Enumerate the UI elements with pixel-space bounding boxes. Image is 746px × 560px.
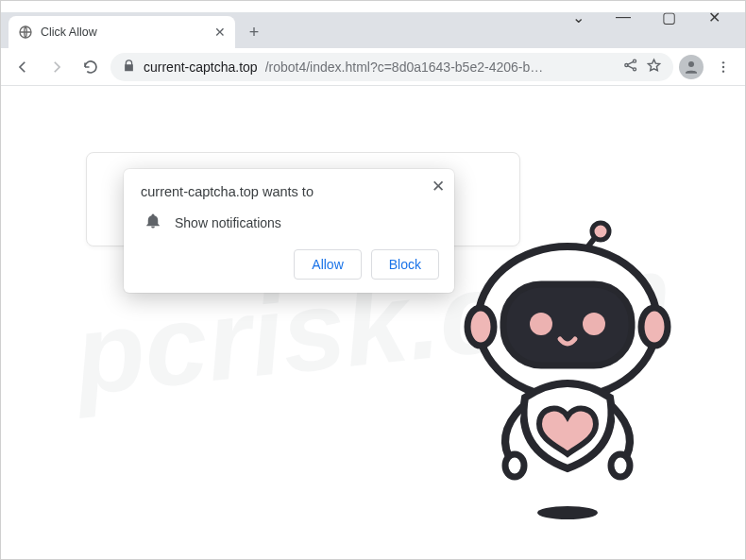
back-button[interactable]: [8, 53, 37, 81]
window-close-button[interactable]: ✕: [700, 7, 728, 27]
dialog-heading: current-captcha.top wants to: [141, 184, 439, 199]
dialog-close-icon[interactable]: ✕: [432, 177, 445, 196]
svg-point-17: [611, 454, 630, 477]
address-bar[interactable]: current-captcha.top /robot4/index.html?c…: [110, 53, 673, 81]
page-viewport: pcrisk.com YOU ✕ current-captch: [1, 86, 745, 560]
svg-point-11: [467, 308, 494, 346]
window-maximize-button[interactable]: ▢: [654, 7, 683, 27]
allow-button[interactable]: Allow: [294, 249, 361, 280]
tab-close-icon[interactable]: ✕: [214, 25, 226, 40]
bell-icon: [144, 212, 161, 232]
globe-icon: [18, 25, 33, 40]
svg-point-1: [625, 63, 628, 66]
toolbar: current-captcha.top /robot4/index.html?c…: [1, 48, 745, 86]
svg-point-12: [641, 308, 668, 346]
svg-point-14: [530, 313, 552, 335]
url-path: /robot4/index.html?c=8d0a1643-b5e2-4206-…: [265, 59, 616, 75]
svg-point-7: [722, 70, 724, 72]
svg-point-16: [505, 454, 524, 477]
bookmark-star-icon[interactable]: [646, 58, 662, 76]
svg-point-5: [722, 61, 724, 63]
profile-avatar[interactable]: [679, 55, 704, 79]
reload-button[interactable]: [76, 53, 105, 81]
dialog-permission-item: Show notifications: [175, 215, 281, 230]
svg-point-3: [633, 68, 636, 71]
url-host: current-captcha.top: [144, 59, 258, 75]
new-tab-button[interactable]: +: [241, 19, 267, 45]
notification-permission-dialog: ✕ current-captcha.top wants to Show noti…: [124, 169, 454, 293]
forward-button[interactable]: [42, 53, 71, 81]
window-minimize-button[interactable]: —: [609, 7, 637, 27]
svg-point-2: [633, 59, 636, 62]
window-controls: ⌄ — ▢ ✕: [564, 1, 745, 27]
svg-point-4: [688, 61, 694, 67]
kebab-menu-icon[interactable]: [709, 53, 738, 81]
block-button[interactable]: Block: [371, 249, 439, 280]
robot-illustration: [435, 218, 700, 530]
svg-rect-13: [503, 284, 632, 365]
tab-search-chevron-icon[interactable]: ⌄: [564, 7, 592, 27]
svg-point-6: [722, 65, 724, 67]
svg-point-18: [537, 506, 598, 519]
share-icon[interactable]: [623, 58, 638, 76]
browser-tab[interactable]: Click Allow ✕: [8, 16, 235, 48]
tab-title: Click Allow: [41, 25, 207, 39]
lock-icon: [122, 59, 136, 76]
svg-point-15: [583, 313, 605, 335]
